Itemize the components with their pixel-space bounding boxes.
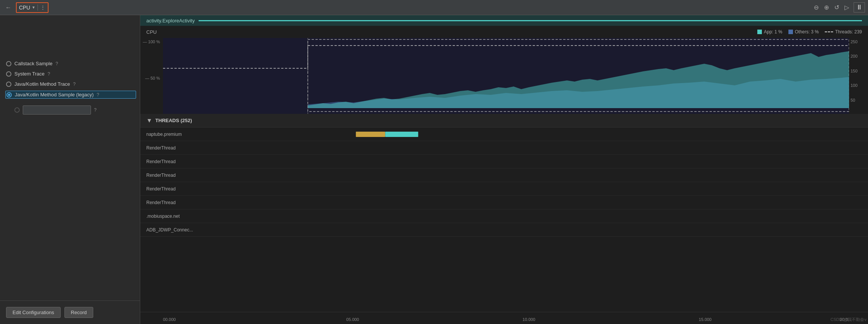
thread-bar-mobius bbox=[275, 212, 862, 220]
legend-threads-dashes bbox=[825, 31, 833, 32]
toolbar: ← CPU ▼ ⋮ ⊖ ⊕ ↺ ▷ ⏸ bbox=[0, 0, 868, 15]
radio-java-trace-circle bbox=[6, 82, 11, 87]
cpu-chart-header: CPU App: 1 % Others: 3 % Threads: 239 bbox=[140, 26, 868, 38]
svg-rect-3 bbox=[356, 132, 385, 137]
left-panel: Callstack Sample ? System Trace ? Java/K… bbox=[0, 15, 140, 324]
options-area: Callstack Sample ? System Trace ? Java/K… bbox=[0, 15, 140, 300]
thread-50: 50 bbox=[851, 98, 866, 102]
activity-label: activity.ExploreActivity bbox=[146, 18, 195, 24]
watermark: CSDN @我不勤奋v bbox=[830, 317, 866, 322]
thread-name-mobius: .mobiuspace.net bbox=[146, 214, 275, 219]
cpu-selector-label: CPU bbox=[19, 5, 30, 11]
edit-configurations-button[interactable]: Edit Configurations bbox=[6, 307, 61, 318]
cpu-chart-main bbox=[163, 38, 849, 114]
activity-bar: activity.ExploreActivity bbox=[140, 15, 868, 26]
threads-title: THREADS (252) bbox=[155, 118, 192, 123]
thread-100: 100 bbox=[851, 83, 866, 88]
legend-threads: Threads: 239 bbox=[825, 29, 862, 35]
thread-bar-render1 bbox=[275, 144, 862, 152]
svg-rect-4 bbox=[385, 132, 418, 137]
activity-timeline bbox=[199, 20, 862, 21]
cpu-chart-svg bbox=[163, 38, 849, 114]
dropdown-radio-circle bbox=[14, 107, 20, 113]
thread-row-render5[interactable]: RenderThread bbox=[140, 196, 868, 209]
radio-java-sample-label: Java/Kotlin Method Sample (legacy) bbox=[15, 92, 94, 98]
radio-system[interactable]: System Trace ? bbox=[6, 71, 134, 77]
thread-bar-naptube bbox=[275, 131, 862, 138]
time-label-15: 15.000 bbox=[699, 317, 712, 322]
toolbar-right: ⊖ ⊕ ↺ ▷ ⏸ bbox=[813, 2, 865, 13]
time-label-5: 05.000 bbox=[346, 317, 359, 322]
cpu-chart-container: — 100 % — 50 % bbox=[140, 38, 868, 114]
main-content: Callstack Sample ? System Trace ? Java/K… bbox=[0, 15, 868, 324]
cpu-y-axis: — 100 % — 50 % bbox=[140, 38, 163, 114]
callstack-help-icon[interactable]: ? bbox=[55, 61, 58, 66]
chart-legend: App: 1 % Others: 3 % Threads: 239 bbox=[757, 29, 862, 35]
radio-callstack[interactable]: Callstack Sample ? bbox=[6, 61, 134, 66]
radio-java-sample[interactable]: Java/Kotlin Method Sample (legacy) ? bbox=[5, 91, 136, 99]
configuration-dropdown[interactable] bbox=[23, 105, 91, 115]
thread-name-render1: RenderThread bbox=[146, 145, 275, 151]
dropdown-row: ? bbox=[6, 105, 134, 115]
radio-java-sample-circle bbox=[6, 92, 12, 98]
zoom-out-icon[interactable]: ⊖ bbox=[813, 3, 819, 12]
dropdown-help-icon[interactable]: ? bbox=[94, 107, 97, 113]
thread-count-y-axis: 250 200 150 100 50 bbox=[849, 38, 868, 114]
legend-others: Others: 3 % bbox=[788, 29, 819, 35]
thread-row-render1[interactable]: RenderThread bbox=[140, 141, 868, 155]
radio-callstack-label: Callstack Sample bbox=[14, 61, 52, 66]
thread-200: 200 bbox=[851, 54, 866, 58]
y-label-100: — 100 % bbox=[142, 39, 160, 44]
legend-others-color bbox=[788, 30, 793, 34]
thread-row-render2[interactable]: RenderThread bbox=[140, 155, 868, 168]
right-panel: activity.ExploreActivity CPU App: 1 % Ot… bbox=[140, 15, 868, 324]
back-button[interactable]: ← bbox=[3, 3, 14, 12]
thread-row-adb[interactable]: ADB_JDWP_Connec... bbox=[140, 223, 868, 237]
thread-name-render2: RenderThread bbox=[146, 159, 275, 164]
zoom-in-icon[interactable]: ⊕ bbox=[823, 3, 830, 12]
legend-app-color bbox=[757, 30, 762, 34]
toolbar-left: ← CPU ▼ ⋮ bbox=[3, 2, 49, 13]
time-axis-main: 00.000 05.000 10.000 15.000 20.0... bbox=[163, 312, 868, 324]
thread-bar-adb bbox=[275, 226, 862, 234]
thread-bar-render5 bbox=[275, 199, 862, 206]
time-axis-spacer bbox=[140, 312, 163, 324]
thread-150: 150 bbox=[851, 69, 866, 73]
profiling-options: Callstack Sample ? System Trace ? Java/K… bbox=[6, 61, 134, 115]
radio-java-trace[interactable]: Java/Kotlin Method Trace ? bbox=[6, 81, 134, 87]
radio-system-label: System Trace bbox=[14, 71, 44, 77]
legend-others-label: Others: 3 % bbox=[795, 29, 819, 35]
thread-name-render4: RenderThread bbox=[146, 186, 275, 192]
thread-name-naptube: naptube.premium bbox=[146, 132, 275, 137]
record-button[interactable]: Record bbox=[64, 307, 93, 318]
y-label-50: — 50 % bbox=[142, 76, 160, 80]
reset-icon[interactable]: ↺ bbox=[834, 3, 840, 12]
pause-icon[interactable]: ⏸ bbox=[854, 2, 865, 13]
thread-row-render4[interactable]: RenderThread bbox=[140, 182, 868, 196]
threads-header: ▼ THREADS (252) bbox=[140, 114, 868, 127]
thread-bar-render4 bbox=[275, 185, 862, 193]
java-trace-help-icon[interactable]: ? bbox=[73, 82, 76, 87]
system-help-icon[interactable]: ? bbox=[47, 71, 50, 77]
more-options-icon[interactable]: ⋮ bbox=[38, 5, 45, 11]
dropdown-arrow-icon: ▼ bbox=[32, 5, 36, 9]
thread-250: 250 bbox=[851, 39, 866, 44]
time-label-10: 10.000 bbox=[523, 317, 536, 322]
cpu-chart-title: CPU bbox=[146, 29, 157, 35]
java-sample-help-icon[interactable]: ? bbox=[97, 92, 99, 98]
threads-expand-icon[interactable]: ▼ bbox=[146, 117, 152, 124]
legend-app-label: App: 1 % bbox=[764, 29, 782, 35]
thread-name-render3: RenderThread bbox=[146, 173, 275, 178]
thread-bar-render2 bbox=[275, 158, 862, 165]
play-icon[interactable]: ▷ bbox=[844, 3, 850, 12]
cpu-selector[interactable]: CPU ▼ ⋮ bbox=[16, 2, 49, 13]
thread-row-naptube[interactable]: naptube.premium bbox=[140, 127, 868, 141]
thread-bar-render3 bbox=[275, 171, 862, 179]
thread-name-render5: RenderThread bbox=[146, 200, 275, 205]
thread-row-mobius[interactable]: .mobiuspace.net bbox=[140, 209, 868, 223]
legend-app: App: 1 % bbox=[757, 29, 782, 35]
threads-section[interactable]: ▼ THREADS (252) naptube.premium RenderTh… bbox=[140, 114, 868, 312]
action-buttons: Edit Configurations Record bbox=[0, 300, 140, 324]
thread-row-render3[interactable]: RenderThread bbox=[140, 168, 868, 182]
time-label-0: 00.000 bbox=[163, 317, 176, 322]
